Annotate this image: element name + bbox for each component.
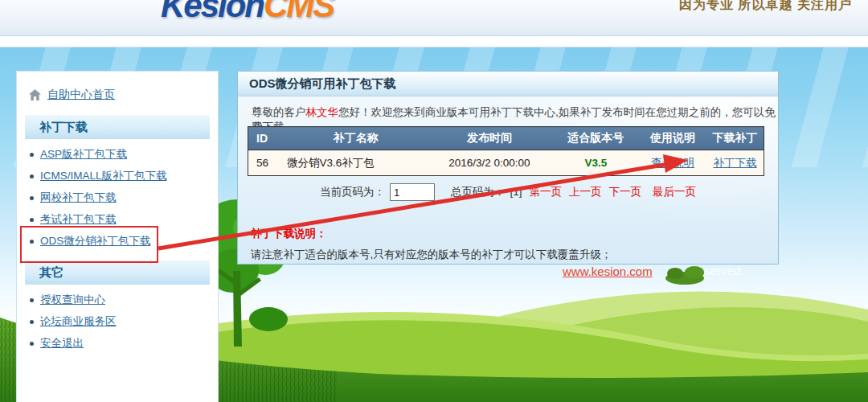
sidebar-section-patch-downloads: 补丁下载 [25,115,210,139]
bullet-icon [30,342,34,346]
total-page-label: 总页码为： [451,186,506,198]
kesion-site-link[interactable]: www.kesion.com [563,265,653,278]
sidebar-link-ods[interactable]: ODS微分销补丁包下载 [40,234,150,248]
cell-name: 微分销V3.6补丁包 [285,150,427,176]
sidebar-item-ods[interactable]: ODS微分销补丁包下载 [30,235,218,248]
sidebar-link-forum-service[interactable]: 论坛商业服务区 [40,314,117,329]
page-number-input[interactable] [390,183,435,201]
customer-name: 林文华 [306,106,339,118]
sidebar-link-exam[interactable]: 考试补丁包下载 [40,212,117,227]
bullet-icon [30,298,34,302]
first-page-link[interactable]: 第一页 [530,186,563,198]
bullet-icon [30,320,34,324]
bullet-icon [30,153,34,157]
next-page-link[interactable]: 下一页 [609,186,642,198]
notes-body: 请注意补丁适合的版本号,只有对应您的版本号的补丁才可以下载覆盖升级； [251,248,612,262]
sidebar-item-school[interactable]: 网校补丁包下载 [30,191,218,204]
col-header-download: 下载补丁 [706,127,764,150]
sidebar-item-icms-imall[interactable]: ICMS/IMALL版补丁包下载 [30,170,218,183]
bullet-icon [30,218,34,222]
sidebar-section-other: 其它 [25,260,210,285]
bullet-icon [30,174,34,178]
kesioncms-logo[interactable]: KesionCMS [161,0,334,25]
col-header-id: ID [248,127,285,150]
main-panel: ODS微分销可用补丁包下载 尊敬的客户林文华您好！欢迎您来到商业版本可用补丁下载… [237,71,779,265]
sidebar-item-logout[interactable]: 安全退出 [30,337,218,350]
patch-download-menu: ASP版补丁包下载 ICMS/IMALL版补丁包下载 网校补丁包下载 考试补丁包… [17,148,218,248]
download-link[interactable]: 补丁下载 [713,157,756,169]
brand-tagline: 因为专业 所以卓越 关注用户 [679,0,852,14]
sidebar-link-logout[interactable]: 安全退出 [40,336,84,351]
last-page-link[interactable]: 最后一页 [653,186,696,198]
total-page-value: [1] [510,186,522,198]
col-header-name: 补丁名称 [285,127,427,150]
cell-download: 补丁下载 [706,150,764,176]
table-header-row: ID 补丁名称 发布时间 适合版本号 使用说明 下载补丁 [248,127,764,150]
page: eserved. KesionCMS 因为专业 所以卓越 关注用户 自助中心首页… [0,0,868,402]
bullet-icon [30,240,34,244]
notes-title: 补丁下载说明： [251,227,327,241]
other-menu: 授权查询中心 论坛商业服务区 安全退出 [17,293,218,350]
header-divider-band [0,36,868,47]
cell-id: 56 [248,150,285,176]
col-header-date: 发布时间 [427,127,553,150]
table-row: 56 微分销V3.6补丁包 2016/3/2 0:00:00 V3.5 查看说明… [248,150,764,176]
col-header-usage: 使用说明 [639,127,706,150]
sidebar-link-school[interactable]: 网校补丁包下载 [40,191,117,205]
home-link[interactable]: 自助中心首页 [47,88,115,102]
col-header-version: 适合版本号 [552,127,639,150]
bullet-icon [30,196,34,200]
sidebar-link-license-query[interactable]: 授权查询中心 [40,293,105,307]
sidebar-item-forum-service[interactable]: 论坛商业服务区 [30,315,218,328]
top-header: KesionCMS 因为专业 所以卓越 关注用户 [0,0,868,36]
logo-text-kesion: Kesion [161,0,264,24]
cell-version: V3.5 [552,150,639,176]
patch-table: ID 补丁名称 发布时间 适合版本号 使用说明 下载补丁 56 微分销V3.6补… [248,126,764,176]
cell-date: 2016/3/2 0:00:00 [427,150,553,176]
sidebar-item-home[interactable]: 自助中心首页 [28,88,218,102]
current-page-label: 当前页码为： [320,186,385,198]
sidebar: 自助中心首页 补丁下载 ASP版补丁包下载 ICMS/IMALL版补丁包下载 网… [16,71,219,402]
sidebar-item-exam[interactable]: 考试补丁包下载 [30,213,218,226]
pagination: 当前页码为：总页码为：[1]第一页上一页下一页最后一页 [238,183,778,201]
prev-page-link[interactable]: 上一页 [569,186,602,198]
sidebar-link-icms-imall[interactable]: ICMS/IMALL版补丁包下载 [40,169,167,183]
panel-title: ODS微分销可用补丁包下载 [238,72,778,96]
logo-text-cms: CMS [264,0,334,24]
cell-usage: 查看说明 [639,150,706,176]
sidebar-item-license-query[interactable]: 授权查询中心 [30,293,218,306]
usage-link[interactable]: 查看说明 [651,157,694,169]
sidebar-link-asp[interactable]: ASP版补丁包下载 [40,147,127,162]
home-icon [28,88,42,101]
welcome-prefix: 尊敬的客户 [252,106,306,118]
bush-silhouette [661,265,717,285]
sidebar-item-asp[interactable]: ASP版补丁包下载 [30,148,218,161]
